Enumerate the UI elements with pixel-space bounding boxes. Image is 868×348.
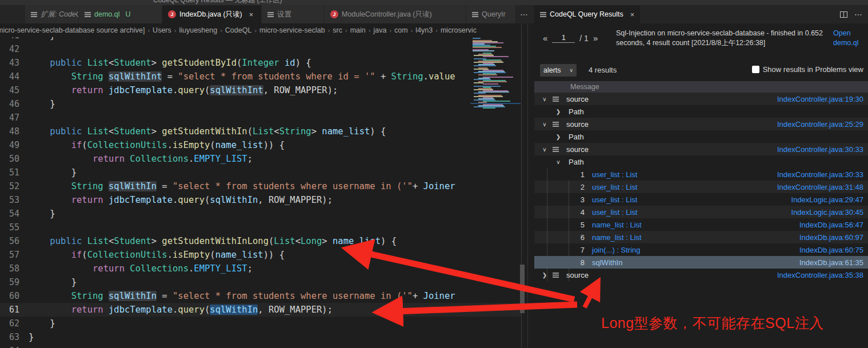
chevron-right-icon[interactable]: ❯ (555, 134, 561, 140)
code-line[interactable]: 52 String sqlWithIn = "select * from stu… (0, 179, 521, 193)
tab-indexdb-java[interactable]: J IndexDb.java (只读) × (162, 5, 262, 23)
result-location-link[interactable]: IndexDb.java:60:97 (799, 233, 868, 242)
result-row-source[interactable]: ❯sourceIndexController.java:35:38 (534, 269, 868, 281)
breadcrumb-item[interactable]: com (394, 26, 408, 34)
code-line[interactable]: 48 public List<Student> getStudentWithIn… (0, 125, 521, 138)
tab-modulecontroller-java[interactable]: J ModuleController.java (只读) (325, 5, 466, 23)
path-step-row[interactable]: 6name_list : ListIndexDb.java:60:97 (534, 231, 868, 243)
breadcrumb-item[interactable]: main (350, 26, 366, 34)
minimap[interactable] (470, 38, 521, 111)
breadcrumb-item[interactable]: src (333, 26, 342, 34)
breadcrumb-item[interactable]: microservic (441, 26, 477, 34)
code-line[interactable]: 59 } (0, 275, 521, 289)
code-line[interactable]: 58 return Collections.EMPTY_LIST; (0, 262, 521, 275)
checkbox[interactable] (752, 66, 759, 73)
result-location-link[interactable]: IndexLogic.java:30:45 (791, 208, 868, 217)
code-line[interactable]: 45 return jdbcTemplate.query(sqlWithInt,… (0, 83, 521, 97)
breadcrumb-item[interactable]: l4yn3 (415, 26, 433, 34)
panel-sash[interactable] (527, 23, 528, 348)
path-step-row[interactable]: 7join(...) : StringIndexDb.java:60:75 (534, 243, 868, 256)
path-step-row[interactable]: 3user_list : ListIndexLogic.java:29:47 (534, 193, 868, 206)
path-row[interactable]: ∨Path (534, 155, 868, 168)
split-editor-icon[interactable] (840, 11, 847, 18)
result-location-link[interactable]: IndexDb.java:61:35 (799, 258, 868, 267)
result-location-link[interactable]: IndexController.java:30:33 (777, 145, 868, 154)
code-line[interactable]: 61 return jdbcTemplate.query(sqlWithIn, … (0, 303, 521, 317)
code-line[interactable]: 49 if(CollectionUtils.isEmpty(name_list)… (0, 138, 521, 152)
close-icon[interactable]: × (630, 10, 635, 19)
path-step-row[interactable]: 4user_list : ListIndexLogic.java:30:45 (534, 206, 868, 218)
result-location-link[interactable]: IndexController.java:31:48 (777, 183, 868, 191)
result-row-source[interactable]: ∨sourceIndexController.java:30:33 (534, 143, 868, 155)
path-step-row[interactable]: 1user_list : ListIndexController.java:30… (534, 168, 868, 181)
chevron-down-icon[interactable]: ∨ (542, 96, 547, 102)
breadcrumb-item[interactable]: Users (153, 26, 171, 34)
code-line[interactable]: 44 String sqlWithInt = "select * from st… (0, 70, 521, 83)
page-number-input[interactable]: 1 (552, 33, 575, 43)
open-query-link[interactable]: Open demo.ql (833, 29, 865, 48)
chevron-down-icon[interactable]: ∨ (542, 146, 547, 153)
breadcrumb-item[interactable]: CodeQL (225, 26, 252, 34)
path-step-row[interactable]: 2user_list : ListIndexController.java:31… (534, 181, 868, 193)
result-location-link[interactable]: IndexLogic.java:29:47 (791, 195, 868, 204)
code-line[interactable]: 54 } (0, 207, 521, 221)
code-line[interactable]: 57 if(CollectionUtils.isEmpty(name_list)… (0, 248, 521, 262)
tab-demo-ql[interactable]: demo.ql U (79, 5, 162, 23)
code-line[interactable]: 53 return jdbcTemplate.query(sqlWithIn, … (0, 193, 521, 207)
prev-result-button[interactable]: « (543, 33, 547, 43)
result-location-link[interactable]: IndexController.java:35:38 (777, 271, 868, 279)
next-result-button[interactable]: » (593, 33, 598, 43)
code-line[interactable]: 64 (0, 344, 521, 348)
code-line[interactable]: 56 public List<Student> getStudentWithIn… (0, 234, 521, 248)
code-line[interactable]: 46 } (0, 97, 521, 111)
result-row-source[interactable]: ∨sourceIndexController.java:19:30 (534, 93, 868, 105)
code-line[interactable]: 41 } (0, 37, 521, 42)
code-line[interactable]: 42 (0, 42, 521, 56)
editor-tabstrip: 扩展: CodeQL demo.ql U J IndexDb.java (只读)… (0, 5, 534, 23)
chevron-right-icon[interactable]: ❯ (542, 272, 547, 278)
tab-queryir[interactable]: QueryIr (466, 5, 515, 23)
close-icon[interactable]: × (249, 10, 254, 19)
code-text: public List<Student> getStudentWithInLon… (19, 234, 469, 248)
breadcrumb[interactable]: micro-service-seclab-database source arc… (0, 23, 525, 37)
path-step-row[interactable]: 8sqlWithInIndexDb.java:61:35 (534, 256, 868, 269)
chevron-down-icon[interactable]: ∨ (555, 159, 561, 165)
code-line[interactable]: 60 String sqlWithIn = "select * from stu… (0, 289, 521, 303)
code-line[interactable]: 55 (0, 221, 521, 234)
code-line[interactable]: 62 } (0, 317, 521, 330)
code-line[interactable]: 51 } (0, 166, 521, 179)
tab-codeql-query-results[interactable]: CodeQL Query Results × (534, 5, 641, 23)
tab-overflow-button[interactable]: ⋯ (515, 10, 533, 19)
result-location-link[interactable]: IndexController.java:30:33 (777, 170, 868, 179)
chevron-right-icon[interactable]: ❯ (555, 109, 561, 115)
code-line[interactable]: 50 return Collections.EMPTY_LIST; (0, 152, 521, 166)
line-number: 49 (0, 140, 19, 150)
breadcrumb-item[interactable]: micro-service-seclab-database source arc… (0, 26, 145, 34)
tab-settings[interactable]: 设置 (262, 5, 325, 23)
code-line[interactable]: 63} (0, 330, 521, 344)
view-mode-select[interactable]: alerts ∨ (540, 64, 577, 77)
breadcrumb-item[interactable]: micro-service-seclab (259, 26, 325, 34)
code-text: } (19, 330, 469, 344)
problems-view-toggle[interactable]: Show results in Problems view (752, 65, 863, 74)
result-row-source[interactable]: ∨sourceIndexController.java:25:29 (534, 118, 868, 130)
result-location-link[interactable]: IndexController.java:19:30 (777, 95, 868, 103)
path-row[interactable]: ❯Path (534, 105, 868, 118)
more-actions-icon[interactable]: ⋯ (854, 10, 862, 19)
result-location-link[interactable]: IndexController.java:25:29 (777, 120, 868, 129)
code-text: public List<Student> getStudentById(Inte… (19, 56, 469, 70)
code-line[interactable]: 47 (0, 111, 521, 125)
breadcrumb-item[interactable]: java (373, 26, 386, 34)
breadcrumb-item[interactable]: liuyuesheng (179, 26, 217, 34)
code-line[interactable]: 43 public List<Student> getStudentById(I… (0, 56, 521, 70)
tab-extension-codeql[interactable]: 扩展: CodeQL (25, 5, 79, 23)
editor-scrollbar[interactable] (520, 265, 525, 313)
path-step-row[interactable]: 5name_list : ListIndexDb.java:56:47 (534, 218, 868, 231)
code-editor[interactable]: 41 }4243 public List<Student> getStudent… (0, 37, 521, 348)
line-number: 61 (0, 305, 19, 315)
code-text: } (19, 37, 469, 42)
path-row[interactable]: ❯Path (534, 130, 868, 143)
result-location-link[interactable]: IndexDb.java:56:47 (799, 221, 868, 229)
chevron-down-icon[interactable]: ∨ (542, 121, 547, 127)
result-location-link[interactable]: IndexDb.java:60:75 (799, 246, 868, 254)
